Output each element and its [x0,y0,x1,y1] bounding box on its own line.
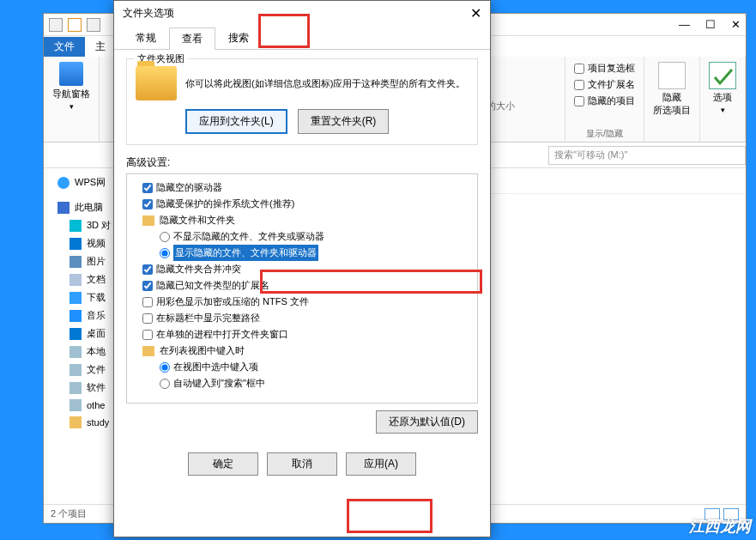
cloud-icon [57,177,70,189]
check-hidden-items[interactable]: 隐藏的项目 [574,94,635,107]
tree-hidden-files-folder[interactable]: 隐藏文件和文件夹 [130,212,474,228]
disk-icon [70,382,82,394]
search-input[interactable]: 搜索"可移动 (M:)" [548,146,746,165]
tree-separate-process[interactable]: 在单独的进程中打开文件夹窗口 [130,326,474,343]
check-file-ext[interactable]: 文件扩展名 [574,78,635,91]
folder-options-dialog: 文件夹选项 ✕ 常规 查看 搜索 文件夹视图 你可以将此视图(如详细信息或图标)… [113,0,491,537]
folder-icon [142,215,154,226]
qat-icon-1[interactable] [49,18,63,32]
folder-icon [136,66,177,100]
qat-icon-3[interactable] [87,18,100,32]
hide-selected-icon [658,62,686,89]
tree-hide-empty-drives[interactable]: 隐藏空的驱动器 [130,179,474,196]
tree-show-hidden[interactable]: 显示隐藏的文件、文件夹和驱动器 [130,245,474,261]
3d-icon [70,220,82,232]
tree-hide-merge-conflict[interactable]: 隐藏文件夹合并冲突 [130,261,474,277]
restore-defaults-button[interactable]: 还原为默认值(D) [376,410,478,434]
folder-views-group: 文件夹视图 你可以将此视图(如详细信息或图标)应用于这种类型的所有文件夹。 应用… [126,58,478,145]
video-icon [70,238,82,250]
nav-pane-label: 导航窗格 [52,88,90,100]
maximize-icon[interactable]: ☐ [705,18,716,31]
folder-icon [70,416,82,428]
advanced-settings-tree[interactable]: 隐藏空的驱动器 隐藏受保护的操作系统文件(推荐) 隐藏文件和文件夹 不显示隐藏的… [126,173,478,403]
chevron-down-icon: ▾ [721,106,725,114]
ribbon-group-hidesel: 隐藏 所选项目 [644,57,700,142]
disk-icon [70,364,82,376]
tab-search[interactable]: 搜索 [215,27,262,49]
ribbon-tab-file[interactable]: 文件 [44,37,85,57]
tab-view[interactable]: 查看 [169,27,215,50]
qat-icon-2[interactable] [68,18,82,32]
tree-color-ntfs[interactable]: 用彩色显示加密或压缩的 NTFS 文件 [130,294,474,310]
dialog-tabs: 常规 查看 搜索 [114,27,490,50]
tree-hide-protected-os[interactable]: 隐藏受保护的操作系统文件(推荐) [130,196,474,212]
desktop-icon [70,328,82,340]
check-item-checkbox[interactable]: 项目复选框 [574,62,635,75]
cancel-button[interactable]: 取消 [267,452,337,476]
pc-icon [57,202,70,214]
apply-to-folders-button[interactable]: 应用到文件夹(L) [185,109,287,134]
tree-show-full-path[interactable]: 在标题栏中显示完整路径 [130,310,474,326]
tree-list-view-type[interactable]: 在列表视图中键入时 [130,343,474,359]
annotation-highlight-ok [347,499,432,533]
disk-icon [70,346,82,358]
download-icon [70,292,82,304]
hide-selected-button[interactable]: 隐藏 所选项目 [653,62,691,117]
options-button[interactable]: 选项 ▾ [709,62,736,114]
tree-hide-known-ext[interactable]: 隐藏已知文件类型的扩展名 [130,277,474,294]
nav-pane-icon [59,62,83,86]
tree-dont-show-hidden[interactable]: 不显示隐藏的文件、文件夹或驱动器 [130,228,474,245]
status-text: 2 个项目 [51,507,87,520]
close-icon[interactable]: ✕ [731,18,741,31]
ribbon-tab-main[interactable]: 主 [85,37,116,57]
tree-auto-type-search[interactable]: 自动键入到"搜索"框中 [130,375,474,391]
music-icon [70,310,82,322]
apply-button[interactable]: 应用(A) [346,452,416,476]
watermark: 江西龙网 [689,516,751,537]
picture-icon [70,256,82,268]
reset-folders-button[interactable]: 重置文件夹(R) [298,109,390,134]
options-icon [709,62,736,89]
ribbon-group-showhide: 项目复选框 文件扩展名 隐藏的项目 显示/隐藏 [565,57,644,142]
dialog-titlebar: 文件夹选项 ✕ [114,1,490,25]
advanced-settings-label: 高级设置: [126,155,478,170]
search-placeholder-text: 搜索"可移动 (M:)" [554,149,627,161]
tab-general[interactable]: 常规 [123,27,169,49]
folder-views-text: 你可以将此视图(如详细信息或图标)应用于这种类型的所有文件夹。 [185,76,469,90]
dialog-close-button[interactable]: ✕ [470,5,481,21]
ok-button[interactable]: 确定 [188,452,258,476]
document-icon [70,274,82,286]
folder-icon [142,346,154,356]
nav-pane-button[interactable]: 导航窗格 ▾ [52,62,90,111]
disk-icon [70,399,82,411]
ribbon-group-options: 选项 ▾ [700,57,746,142]
chevron-down-icon: ▾ [70,102,74,111]
minimize-icon[interactable]: — [679,18,690,31]
ribbon-group-navpane: 导航窗格 ▾ [44,57,100,142]
dialog-title: 文件夹选项 [123,6,174,21]
tree-select-typed[interactable]: 在视图中选中键入项 [130,359,474,375]
show-hide-group-label: 显示/隐藏 [586,128,623,140]
